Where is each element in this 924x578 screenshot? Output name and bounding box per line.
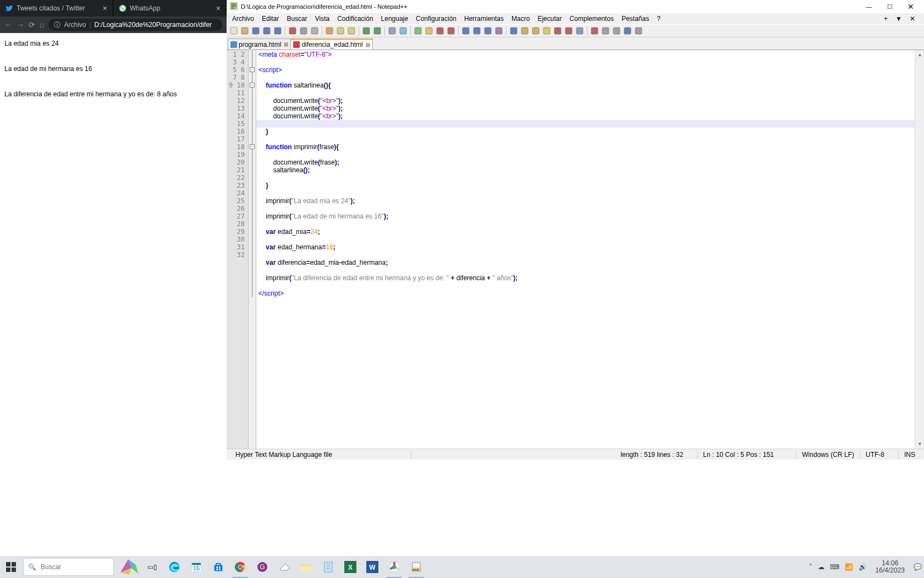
- minimize-button[interactable]: —: [859, 1, 879, 12]
- toolbar-button[interactable]: [461, 26, 471, 36]
- taskbar-chrome-2[interactable]: [383, 556, 405, 578]
- toolbar-button[interactable]: [483, 26, 493, 36]
- taskbar-paint[interactable]: [405, 556, 427, 578]
- svg-rect-2: [230, 28, 237, 34]
- reload-icon[interactable]: ⟳: [29, 20, 35, 29]
- menubar-close-icon[interactable]: ✕: [906, 14, 919, 23]
- toolbar-button[interactable]: [299, 26, 309, 36]
- toolbar-button[interactable]: [446, 26, 456, 36]
- toolbar-button[interactable]: [240, 26, 250, 36]
- toolbar-button[interactable]: [324, 26, 334, 36]
- toolbar-button[interactable]: [424, 26, 434, 36]
- taskbar-calendar[interactable]: 16: [185, 556, 207, 578]
- tray-keyboard-icon[interactable]: ⌨: [830, 563, 839, 571]
- toolbar-button[interactable]: [509, 26, 519, 36]
- menubar-plus-icon[interactable]: +: [881, 14, 891, 23]
- toolbar-button[interactable]: [361, 26, 371, 36]
- toolbar-button[interactable]: [472, 26, 482, 36]
- toolbar-button[interactable]: [575, 26, 585, 36]
- close-icon[interactable]: ×: [103, 4, 107, 13]
- menu-help[interactable]: ?: [653, 14, 664, 23]
- toolbar-button[interactable]: [520, 26, 530, 36]
- address-bar[interactable]: ⓘ Archivo | D:/Logica%20de%20Programacio…: [48, 19, 222, 31]
- toolbar-button[interactable]: [612, 26, 622, 36]
- close-button[interactable]: ✕: [901, 1, 921, 12]
- taskbar-word[interactable]: W: [361, 556, 383, 578]
- toolbar-button[interactable]: [372, 26, 382, 36]
- toolbar-button[interactable]: [494, 26, 504, 36]
- tray-clock[interactable]: 14:06 16/4/2023: [872, 560, 908, 574]
- toolbar-button[interactable]: [310, 26, 320, 36]
- forward-icon[interactable]: →: [16, 20, 24, 29]
- taskbar-excel[interactable]: X: [339, 556, 361, 578]
- toolbar-button[interactable]: [251, 26, 261, 36]
- toolbar-button[interactable]: [553, 26, 563, 36]
- taskbar-gog[interactable]: G: [251, 556, 273, 578]
- taskbar-edge[interactable]: [163, 556, 185, 578]
- task-view-icon[interactable]: ▭▯: [141, 556, 163, 578]
- menu-editar[interactable]: Editar: [258, 14, 282, 23]
- menu-archivo[interactable]: Archivo: [229, 14, 257, 23]
- svg-rect-8: [300, 28, 307, 34]
- toolbar-button[interactable]: [387, 26, 397, 36]
- menu-ejecutar[interactable]: Ejecutar: [534, 14, 565, 23]
- toolbar-button[interactable]: [601, 26, 610, 36]
- toolbar-button[interactable]: [273, 26, 283, 36]
- menu-vista[interactable]: Vista: [312, 14, 333, 23]
- menu-pestanas[interactable]: Pestañas: [618, 14, 652, 23]
- menu-codificacion[interactable]: Codificación: [334, 14, 376, 23]
- tray-notifications-icon[interactable]: 💬: [914, 563, 922, 571]
- code-area[interactable]: <meta charset="UTF-8"> <script> function…: [256, 50, 915, 449]
- menu-configuracion[interactable]: Configuración: [413, 14, 460, 23]
- file-tab-programa[interactable]: programa.html ⊠: [228, 39, 291, 50]
- scroll-down-icon[interactable]: ▼: [915, 439, 924, 449]
- menu-herramientas[interactable]: Herramientas: [461, 14, 507, 23]
- maximize-button[interactable]: ☐: [880, 1, 900, 12]
- scroll-up-icon[interactable]: ▲: [915, 50, 924, 59]
- toolbar-button[interactable]: [634, 26, 644, 36]
- toolbar-button[interactable]: [531, 26, 541, 36]
- browser-tab-whatsapp[interactable]: WhatsApp ×: [113, 0, 227, 17]
- toolbar-button[interactable]: [564, 26, 574, 36]
- menu-macro[interactable]: Macro: [508, 14, 533, 23]
- menu-complementos[interactable]: Complementos: [566, 14, 617, 23]
- copilot-icon[interactable]: [115, 557, 141, 577]
- taskbar-eraser[interactable]: [273, 556, 295, 578]
- start-button[interactable]: [0, 556, 22, 578]
- toolbar-button[interactable]: [336, 26, 345, 36]
- tray-wifi-icon[interactable]: 📶: [845, 563, 853, 571]
- file-tab-diferencia[interactable]: diferencia_edad.html ⊠: [290, 39, 372, 50]
- tray-chevron-icon[interactable]: ˄: [809, 563, 812, 571]
- toolbar-button[interactable]: [398, 26, 408, 36]
- toolbar-button[interactable]: [542, 26, 552, 36]
- home-icon[interactable]: ⌂: [40, 20, 44, 29]
- toolbar-button[interactable]: [623, 26, 632, 36]
- toolbar-button[interactable]: [229, 26, 239, 36]
- svg-rect-4: [252, 28, 259, 34]
- taskbar-explorer[interactable]: [295, 556, 317, 578]
- toolbar-button[interactable]: [288, 26, 298, 36]
- menu-buscar[interactable]: Buscar: [283, 14, 310, 23]
- toolbar-button[interactable]: [346, 26, 356, 36]
- taskbar-chrome[interactable]: [229, 556, 251, 578]
- tray-volume-icon[interactable]: 🔊: [859, 563, 867, 571]
- close-tab-icon[interactable]: ⊠: [366, 42, 370, 48]
- taskbar-notepad[interactable]: [317, 556, 339, 578]
- menubar-down-icon[interactable]: ▼: [892, 14, 905, 23]
- toolbar-button[interactable]: [435, 26, 445, 36]
- svg-rect-11: [337, 28, 344, 34]
- toolbar-button[interactable]: [413, 26, 423, 36]
- browser-tab-twitter[interactable]: Tweets citados / Twitter ×: [0, 0, 113, 17]
- back-icon[interactable]: ←: [4, 20, 12, 29]
- toolbar-button[interactable]: [590, 26, 600, 36]
- tray-onedrive-icon[interactable]: ☁: [818, 563, 824, 571]
- vertical-scrollbar[interactable]: ▲ ▼: [915, 50, 924, 449]
- close-tab-icon[interactable]: ⊠: [284, 41, 288, 47]
- menu-lenguaje[interactable]: Lenguaje: [378, 14, 411, 23]
- svg-rect-28: [543, 28, 550, 34]
- toolbar-button[interactable]: [262, 26, 272, 36]
- close-icon[interactable]: ×: [216, 4, 221, 13]
- taskbar-search[interactable]: 🔍 Buscar: [23, 558, 114, 576]
- fold-margin[interactable]: −−−: [249, 50, 256, 449]
- taskbar-store[interactable]: [207, 556, 229, 578]
